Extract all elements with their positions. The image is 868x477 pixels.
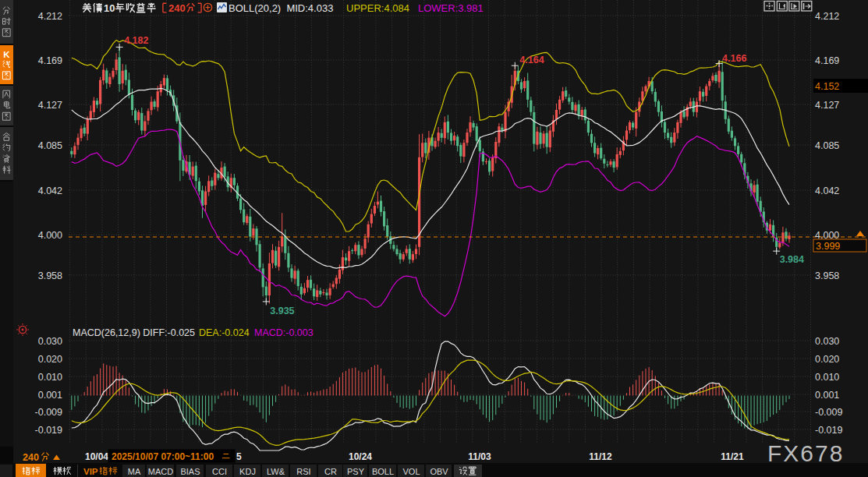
svg-text:0.010: 0.010 (815, 372, 839, 383)
svg-text:KDJ: KDJ (239, 467, 256, 476)
svg-text:11/03: 11/03 (468, 451, 491, 462)
svg-text:3.935: 3.935 (270, 306, 294, 316)
svg-text:OBV: OBV (430, 467, 448, 476)
svg-text:K: K (3, 50, 10, 59)
svg-text:5: 5 (236, 451, 242, 462)
svg-text:MA: MA (128, 467, 141, 476)
svg-text:4.127: 4.127 (38, 100, 62, 111)
svg-text:10/04: 10/04 (85, 451, 108, 462)
svg-text:11/21: 11/21 (721, 451, 744, 462)
svg-text:3.984: 3.984 (780, 254, 804, 265)
svg-text:VIP: VIP (83, 467, 98, 476)
svg-text:-0.019: -0.019 (815, 425, 842, 436)
svg-text:DEA:-0.024: DEA:-0.024 (199, 327, 250, 338)
svg-text:0.020: 0.020 (38, 354, 62, 365)
svg-text:BOLL: BOLL (372, 467, 394, 476)
svg-text:4.085: 4.085 (38, 140, 62, 151)
svg-text:3.958: 3.958 (38, 270, 62, 281)
svg-text:BIAS: BIAS (180, 467, 200, 476)
svg-text:BOLL(20,2) MID:4.033: BOLL(20,2) MID:4.033 (229, 2, 333, 14)
svg-text:LW&: LW& (267, 467, 285, 476)
svg-text:FX678: FX678 (767, 440, 844, 466)
svg-text:4.169: 4.169 (815, 55, 839, 66)
svg-text:4.042: 4.042 (815, 186, 839, 196)
svg-text:0.030: 0.030 (815, 336, 839, 347)
svg-text:-0.009: -0.009 (815, 407, 842, 418)
svg-text:10: 10 (104, 2, 115, 14)
svg-text:0.010: 0.010 (38, 372, 62, 383)
svg-text:4.152: 4.152 (815, 81, 839, 92)
svg-text:4.085: 4.085 (815, 140, 839, 151)
svg-text:CR: CR (324, 467, 337, 476)
svg-text:240: 240 (168, 2, 186, 14)
svg-text:4.212: 4.212 (815, 11, 839, 22)
svg-text:MACD: MACD (148, 467, 173, 476)
svg-text:11/12: 11/12 (589, 451, 612, 462)
svg-text:0.020: 0.020 (815, 354, 839, 365)
svg-text:240: 240 (23, 452, 39, 463)
svg-text:RSI: RSI (296, 467, 310, 476)
svg-text:UPPER:4.084: UPPER:4.084 (346, 2, 409, 14)
svg-text:LOWER:3.981: LOWER:3.981 (418, 2, 484, 14)
svg-text:4.042: 4.042 (38, 186, 62, 196)
svg-text:VOL: VOL (402, 467, 420, 476)
svg-text:MACD(26,12,9) DIFF:-0.025: MACD(26,12,9) DIFF:-0.025 (73, 327, 195, 338)
svg-text:2025/10/07 07:00~11:00: 2025/10/07 07:00~11:00 (112, 451, 214, 462)
svg-text:3.999: 3.999 (816, 241, 840, 252)
svg-text:4.000: 4.000 (815, 230, 839, 241)
svg-text:4.000: 4.000 (38, 230, 62, 241)
svg-text:CCI: CCI (212, 467, 227, 476)
svg-text:0.030: 0.030 (38, 336, 62, 347)
svg-text:3.958: 3.958 (815, 270, 839, 281)
svg-text:-0.019: -0.019 (35, 425, 62, 436)
svg-text:4.164: 4.164 (519, 55, 544, 65)
svg-text:4.127: 4.127 (815, 100, 839, 111)
svg-text:10/24: 10/24 (349, 451, 372, 462)
svg-text:4.169: 4.169 (38, 55, 62, 66)
svg-text:0.001: 0.001 (38, 390, 62, 401)
svg-text:4.166: 4.166 (722, 53, 746, 64)
svg-text:4.182: 4.182 (124, 35, 148, 46)
svg-text:PSY: PSY (347, 467, 365, 476)
svg-text:MACD:-0.003: MACD:-0.003 (254, 327, 314, 338)
svg-text:0.001: 0.001 (815, 390, 839, 401)
svg-text:4.212: 4.212 (38, 11, 62, 22)
svg-text:-0.009: -0.009 (35, 407, 62, 418)
